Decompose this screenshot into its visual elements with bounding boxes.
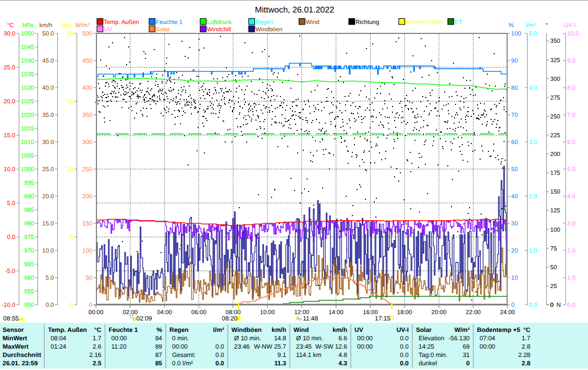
- svg-text:1010: 1010: [21, 139, 34, 146]
- svg-text:70: 70: [511, 112, 518, 118]
- svg-text:10: 10: [511, 275, 518, 281]
- svg-text:UV: UV: [104, 27, 112, 33]
- svg-text:Gesamt:: Gesamt:: [172, 351, 195, 359]
- svg-text:250: 250: [82, 166, 92, 173]
- svg-text:1000: 1000: [21, 166, 34, 173]
- svg-text:30.0: 30.0: [4, 31, 15, 37]
- svg-text:50: 50: [511, 166, 518, 173]
- svg-text:00:00: 00:00: [112, 335, 127, 342]
- svg-text:15.0: 15.0: [42, 221, 54, 227]
- svg-text:25.0: 25.0: [4, 65, 15, 71]
- svg-text:Feuchte 1: Feuchte 1: [156, 19, 182, 26]
- svg-text:4.0: 4.0: [567, 194, 575, 200]
- svg-text:1045: 1045: [21, 44, 34, 51]
- svg-text:11:48: 11:48: [303, 315, 318, 322]
- svg-text:965: 965: [24, 261, 34, 268]
- svg-text:Solar: Solar: [416, 326, 432, 333]
- svg-text:°C: °C: [523, 326, 531, 333]
- svg-text:5: 5: [70, 234, 73, 241]
- svg-text:Ø 10 min.: Ø 10 min.: [296, 335, 323, 342]
- svg-text:4.0: 4.0: [529, 85, 537, 91]
- svg-text:11:20: 11:20: [112, 343, 127, 350]
- svg-text:08:55: 08:55: [3, 315, 19, 322]
- svg-text:3.0: 3.0: [567, 221, 575, 227]
- svg-text:90: 90: [511, 58, 518, 64]
- svg-text:10.0: 10.0: [567, 31, 579, 37]
- svg-text:km/h: km/h: [333, 326, 347, 333]
- svg-text:200: 200: [82, 194, 92, 200]
- svg-text:150: 150: [550, 189, 560, 195]
- svg-text:Windböen: Windböen: [231, 326, 262, 333]
- svg-text:60: 60: [511, 139, 518, 146]
- svg-text:23:45: 23:45: [296, 343, 312, 350]
- svg-text:300: 300: [550, 76, 560, 82]
- svg-text:30: 30: [511, 221, 518, 227]
- svg-text:75: 75: [550, 246, 557, 252]
- svg-text:100: 100: [550, 227, 560, 233]
- svg-text:N: N: [557, 302, 561, 308]
- svg-text:Regen: Regen: [169, 326, 189, 333]
- svg-text:Windböen: Windböen: [255, 27, 283, 33]
- svg-text:ET: ET: [455, 19, 462, 26]
- svg-text:0: 0: [89, 302, 92, 308]
- svg-text:2.28: 2.28: [518, 351, 531, 359]
- svg-text:2.16: 2.16: [89, 351, 102, 359]
- svg-text:970: 970: [24, 248, 34, 254]
- svg-text:-5.0: -5.0: [5, 268, 16, 274]
- svg-text:3.0: 3.0: [529, 139, 537, 146]
- svg-text:20:00: 20:00: [432, 309, 447, 316]
- svg-text:1020: 1020: [21, 112, 34, 118]
- svg-text:06:00: 06:00: [191, 309, 206, 316]
- svg-text:2.5: 2.5: [93, 360, 102, 367]
- svg-text:15.0: 15.0: [4, 133, 15, 139]
- svg-text:20.0: 20.0: [4, 99, 15, 105]
- svg-text:2.0: 2.0: [567, 248, 575, 254]
- svg-text:00:00: 00:00: [89, 309, 104, 316]
- svg-text:955: 955: [24, 289, 34, 295]
- svg-text:995: 995: [24, 180, 34, 186]
- svg-text:40: 40: [511, 194, 518, 200]
- svg-text:14.8: 14.8: [274, 335, 287, 342]
- svg-text:Regen: Regen: [255, 19, 273, 26]
- svg-text:1030: 1030: [21, 85, 34, 91]
- svg-text:Sonnenschein: Sonnenschein: [406, 19, 444, 26]
- svg-text:200: 200: [550, 151, 560, 158]
- svg-text:50: 50: [550, 265, 557, 271]
- svg-text:45.0: 45.0: [42, 58, 54, 64]
- svg-text:UV-I: UV-I: [397, 326, 409, 333]
- svg-text:%: %: [156, 326, 162, 333]
- svg-text:0: 0: [550, 302, 554, 308]
- svg-text:0.0: 0.0: [46, 302, 54, 308]
- svg-text:Ø 10 min.: Ø 10 min.: [234, 335, 261, 342]
- svg-text:1035: 1035: [21, 71, 34, 78]
- svg-text:20.0: 20.0: [42, 194, 54, 200]
- svg-text:Solar: Solar: [156, 27, 170, 33]
- svg-text:Bodentemp +5: Bodentemp +5: [477, 326, 520, 333]
- svg-text:02:09: 02:09: [137, 315, 152, 322]
- svg-text:950: 950: [24, 302, 34, 308]
- svg-text:85: 85: [155, 360, 163, 367]
- svg-text:0.0 l/m²: 0.0 l/m²: [172, 360, 193, 367]
- svg-text:Temp. Außen: Temp. Außen: [104, 19, 139, 26]
- svg-text:325: 325: [550, 57, 560, 64]
- svg-text:01:24: 01:24: [51, 343, 66, 350]
- svg-text:Feuchte 1: Feuchte 1: [109, 326, 138, 333]
- svg-text:4.8: 4.8: [338, 351, 347, 359]
- svg-text:°C: °C: [7, 22, 14, 29]
- svg-text:km/h: km/h: [272, 326, 286, 333]
- svg-text:l/m²: l/m²: [213, 326, 224, 333]
- svg-text:02:00: 02:00: [123, 309, 138, 316]
- svg-text:89: 89: [155, 343, 163, 350]
- svg-text:18:00: 18:00: [397, 309, 412, 316]
- svg-text:2.6: 2.6: [93, 343, 102, 350]
- svg-text:17:15: 17:15: [375, 315, 390, 322]
- svg-text:7.0: 7.0: [567, 112, 575, 118]
- svg-text:350: 350: [82, 112, 92, 118]
- svg-text:300: 300: [82, 139, 92, 146]
- svg-text:84: 84: [155, 335, 163, 342]
- svg-text:-56.130: -56.130: [448, 335, 470, 342]
- svg-text:-10.0: -10.0: [2, 302, 15, 308]
- svg-text:Sensor: Sensor: [3, 326, 24, 333]
- svg-text:04:00: 04:00: [157, 309, 172, 316]
- svg-text:0.0: 0.0: [529, 302, 537, 308]
